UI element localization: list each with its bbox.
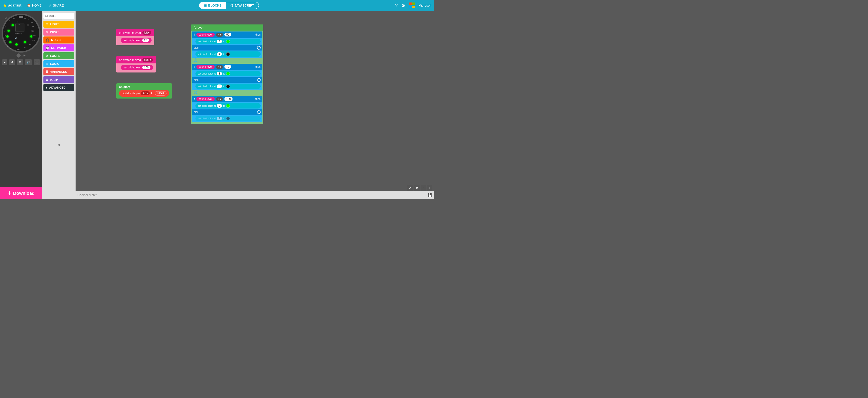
if3-if-label: if (194, 97, 195, 101)
if2-body: set pixel color at 3 to (192, 70, 262, 77)
logic-icon: ✕ (46, 62, 48, 65)
redo-button[interactable]: ↻ (414, 185, 420, 191)
save-button[interactable]: 💾 (428, 193, 432, 197)
if1-op[interactable]: > ▾ (216, 33, 223, 37)
if3-op[interactable]: > ▾ (216, 97, 223, 101)
tab-blocks[interactable]: ⊞ BLOCKS (199, 2, 226, 9)
fullscreen-button[interactable]: ⛶ (34, 59, 40, 65)
if2-pixel-pos[interactable]: 3 (217, 72, 222, 76)
sound-button[interactable]: 🔊 (25, 59, 32, 65)
help-button[interactable]: ? (395, 3, 398, 8)
if1-if-label: if (194, 33, 195, 36)
if2-plus[interactable]: + (194, 91, 197, 94)
if2-set-pixel: set pixel color at 3 to (195, 71, 260, 76)
tab-javascript[interactable]: {} JAVASCRIPT (226, 2, 258, 9)
blocks-icon: ⊞ (204, 4, 207, 7)
collapse-arrow[interactable]: ◀ (58, 142, 60, 147)
if3-header: if sound level > ▾ 100 then (192, 96, 262, 102)
search-input[interactable] (45, 14, 75, 18)
if1-body: set pixel color at 4 to (192, 38, 262, 45)
tool-variables-button[interactable]: ☰ VARIABLES (43, 68, 74, 75)
if1-else-color[interactable] (226, 52, 230, 56)
screenshot-button[interactable]: 🖼 (17, 59, 23, 65)
if1-val[interactable]: 50 (224, 33, 231, 36)
if1-else-label: else (194, 46, 198, 49)
pin-dropdown[interactable]: A6 ▾ (141, 91, 150, 95)
if2-else-body: set pixel color at 3 to (192, 83, 262, 90)
brightness-left-val[interactable]: 20 (142, 38, 149, 42)
high-value[interactable]: HIGH (155, 91, 166, 95)
workspace-footer: 💾 (75, 191, 434, 199)
settings-button[interactable]: ⚙ (401, 3, 405, 8)
logo-text: adafruit (8, 3, 22, 7)
tool-input-button[interactable]: ◎ INPUT (43, 29, 74, 35)
tool-light-button[interactable]: ⊞ LIGHT (43, 21, 74, 28)
if1-else-body: set pixel color at 4 to (192, 51, 262, 58)
microsoft-logo (409, 2, 415, 8)
if2-plus-row: + (192, 90, 262, 95)
download-button[interactable]: ⬇ Download (0, 187, 42, 199)
if1-plus[interactable]: + (194, 58, 197, 62)
if2-op[interactable]: > ▾ (216, 65, 223, 69)
share-button[interactable]: ⤢ SHARE (47, 3, 66, 8)
circuit-board: D13 D8 A9 SCL SDA A5 A6 TX↑ GND ⊕ ⊖ VOUT… (2, 13, 40, 53)
if1-color-swatch[interactable] (226, 40, 230, 43)
tool-logic-button[interactable]: ✕ LOGIC (43, 60, 74, 67)
if1-else-pixel-pos[interactable]: 4 (217, 52, 222, 56)
list-icon: ☰ (46, 70, 49, 74)
on-start-block: on start digital write pin A6 ▾ to HIGH (116, 83, 172, 98)
switch-left-dropdown[interactable]: left ▾ (142, 31, 151, 35)
chevron-down-icon: ▾ (46, 86, 47, 89)
if1-plus-row: + (192, 58, 262, 63)
if2-val[interactable]: 70 (224, 65, 231, 68)
forever-header: forever (191, 25, 263, 31)
if3-body: set pixel color at 2 to (192, 102, 262, 109)
if-block-2-wrapper: if sound level > ▾ 70 then set pixel col… (191, 63, 263, 95)
brightness-right-val[interactable]: 100 (142, 66, 150, 69)
header: ★ adafruit 🏠 HOME ⤢ SHARE ⊞ BLOCKS {} JA… (0, 0, 434, 11)
if1-set-pixel: set pixel color at 4 to (195, 39, 260, 44)
undo-button[interactable]: ↺ (407, 185, 413, 191)
zoom-in-button[interactable]: + (427, 185, 432, 191)
if3-val[interactable]: 100 (224, 97, 232, 101)
if3-else-body: set pixel color at 2 to (192, 115, 262, 122)
if1-else-header: else − (192, 45, 262, 51)
if1-pixel-pos[interactable]: 4 (217, 40, 222, 43)
tool-math-button[interactable]: ⊞ MATH (43, 76, 74, 83)
tool-advanced-button[interactable]: ▾ ADVANCED (43, 84, 74, 91)
if2-header: if sound level > ▾ 70 then (192, 64, 262, 70)
restart-button[interactable]: ↺ (9, 59, 15, 65)
stop-button[interactable]: ■ (2, 59, 7, 65)
tool-loops-button[interactable]: ↺ LOOPS (43, 52, 74, 59)
if2-else-color[interactable] (226, 85, 230, 88)
ms-label: Microsoft (418, 4, 431, 7)
home-button[interactable]: 🏠 HOME (25, 3, 43, 8)
if2-color-swatch[interactable] (226, 72, 230, 76)
if3-color-swatch[interactable] (226, 104, 230, 108)
if1-header: if sound level > ▾ 50 then (192, 31, 262, 38)
workspace[interactable]: on switch moved left ▾ set brightness 20… (75, 11, 434, 199)
if2-else-minus[interactable]: − (257, 78, 260, 82)
right-icons: ? ⚙ Microsoft (395, 2, 431, 8)
if2-else-pixel-pos[interactable]: 3 (217, 85, 222, 88)
switch-right-dropdown[interactable]: right ▾ (142, 58, 153, 62)
switch-right-block: on switch moved right ▾ set brightness 1… (116, 56, 156, 73)
brightness-left: set brightness 20 (121, 37, 152, 43)
forever-section: forever if sound level > ▾ 50 then set p… (191, 25, 263, 124)
tab-group: ⊞ BLOCKS {} JAVASCRIPT (199, 2, 259, 9)
if3-else-label: else (194, 111, 198, 114)
zoom-out-button[interactable]: − (421, 185, 426, 191)
sim-controls: ■ ↺ 🖼 🔊 ⛶ (2, 59, 40, 65)
if2-then: then (255, 65, 260, 68)
if3-pixel-pos[interactable]: 2 (217, 104, 222, 108)
on-start-label: on start (119, 85, 169, 89)
if3-else-minus[interactable]: − (257, 110, 260, 114)
if3-else-header: else − (192, 109, 262, 115)
tool-network-button[interactable]: 💬 NETWORK (43, 45, 74, 51)
digital-write-row: digital write pin A6 ▾ to HIGH (119, 90, 169, 97)
if2-condition: sound level (196, 65, 215, 69)
if1-else-minus[interactable]: − (257, 46, 260, 50)
if3-else-set-pixel: set pixel color at 2 to (195, 116, 260, 121)
project-name-input[interactable] (78, 193, 426, 197)
tool-music-button[interactable]: 🎧 MUSIC (43, 36, 74, 44)
